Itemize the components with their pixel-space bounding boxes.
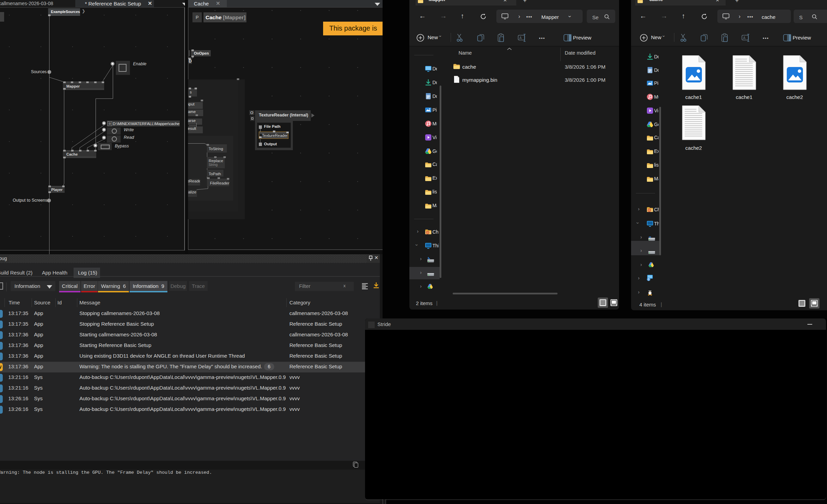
svg-text:A: A xyxy=(519,36,522,40)
svg-text:A: A xyxy=(743,36,746,40)
